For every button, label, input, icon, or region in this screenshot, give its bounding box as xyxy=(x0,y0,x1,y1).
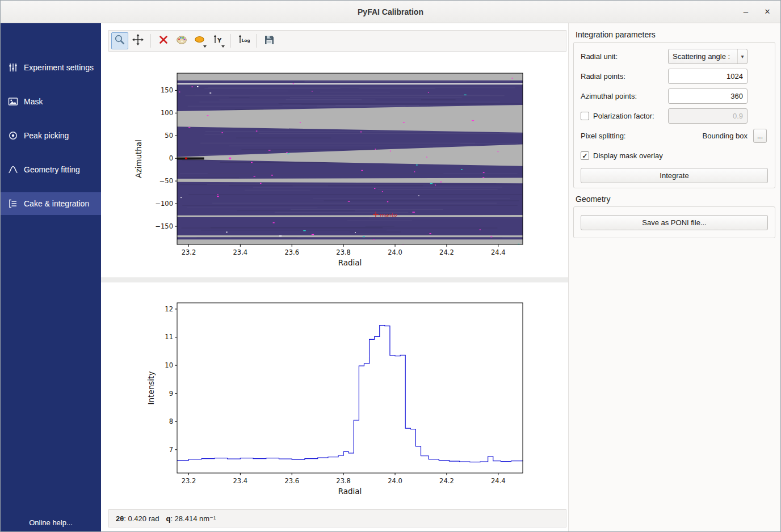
sidebar-item-label: Peak picking xyxy=(24,131,69,140)
log-scale-button[interactable]: Log xyxy=(235,32,252,49)
radial-unit-label: Radial unit: xyxy=(581,52,618,61)
sidebar-item-label: Cake & integration xyxy=(24,199,89,208)
svg-text:Y: Y xyxy=(217,37,222,44)
pan-arrows-icon xyxy=(132,33,144,48)
zoom-button[interactable] xyxy=(111,32,128,49)
svg-text:23.6: 23.6 xyxy=(284,248,299,256)
close-button[interactable]: ✕ xyxy=(759,1,776,23)
sidebar-items: Experiment settingsMaskPeak pickingGeome… xyxy=(1,23,101,215)
svg-text:0: 0 xyxy=(169,154,173,162)
q-value: : 28.414 nm⁻¹ xyxy=(170,514,216,523)
q-label: q xyxy=(166,514,170,523)
radial-unit-row: Radial unit: Scattering angle : ▾ xyxy=(581,49,768,64)
geometry-title: Geometry xyxy=(576,195,610,204)
radial-unit-value: Scattering angle : xyxy=(673,52,737,61)
sidebar-item-peak-picking[interactable]: Peak picking xyxy=(1,124,101,147)
minimize-button[interactable]: – xyxy=(737,1,754,23)
palette-icon xyxy=(175,33,188,48)
svg-text:Radial: Radial xyxy=(338,487,362,496)
radial-points-row: Radial points: xyxy=(581,69,768,84)
peak-curve-icon xyxy=(8,164,18,175)
integration-plot-1d[interactable]: 23.223.423.623.824.024.224.4789101112Rad… xyxy=(101,282,569,509)
sidebar-item-label: Geometry fitting xyxy=(24,165,80,174)
svg-text:23.2: 23.2 xyxy=(182,248,196,256)
two-theta-label: 2θ xyxy=(116,514,124,523)
svg-text:manto: manto xyxy=(380,212,397,218)
azimuthal-points-input[interactable] xyxy=(668,88,748,104)
svg-text:−150: −150 xyxy=(155,222,173,230)
radial-unit-select[interactable]: Scattering angle : ▾ xyxy=(668,49,748,64)
svg-text:50: 50 xyxy=(165,132,173,140)
svg-text:8: 8 xyxy=(169,417,173,425)
svg-text:7: 7 xyxy=(169,446,173,454)
geometry-group: Save as PONI file... xyxy=(573,206,775,238)
pixel-splitting-more-button[interactable]: ... xyxy=(753,129,767,143)
two-theta-value: : 0.420 rad xyxy=(124,514,159,523)
pixel-splitting-label: Pixel splitting: xyxy=(581,132,625,140)
sidebar-item-cake-integration[interactable]: Cake & integration xyxy=(1,192,101,215)
cake-plot-2d[interactable]: manto23.223.423.623.824.024.224.4−150−10… xyxy=(101,50,569,282)
integration-parameters-title: Integration parameters xyxy=(576,30,656,39)
sidebar-item-label: Mask xyxy=(24,97,43,106)
sidebar-item-label: Experiment settings xyxy=(24,63,94,72)
dropdown-caret-icon xyxy=(221,45,225,48)
svg-text:100: 100 xyxy=(161,109,173,117)
svg-text:23.4: 23.4 xyxy=(233,477,248,485)
svg-text:Radial: Radial xyxy=(338,258,362,267)
svg-text:Log: Log xyxy=(242,38,250,43)
save-button[interactable] xyxy=(261,32,278,49)
save-poni-button[interactable]: Save as PONI file... xyxy=(581,215,768,230)
chevron-down-icon: ▾ xyxy=(737,49,747,64)
pan-button[interactable] xyxy=(129,32,146,49)
svg-text:23.6: 23.6 xyxy=(284,477,299,485)
plot-toolbar: YLog xyxy=(108,30,566,52)
display-mask-row: ✓ Display mask overlay xyxy=(581,148,768,163)
dropdown-caret-icon xyxy=(203,45,207,48)
target-icon xyxy=(8,130,18,141)
online-help-link[interactable]: Online help... xyxy=(1,518,101,527)
window-title: PyFAI Calibration xyxy=(1,1,780,23)
toolbar-separator xyxy=(256,34,257,48)
svg-text:23.8: 23.8 xyxy=(336,248,351,256)
svg-text:24.2: 24.2 xyxy=(439,477,454,485)
azimuthal-points-label: Azimuthal points: xyxy=(581,92,637,100)
y-axis-orientation-button[interactable]: Y xyxy=(209,32,226,49)
svg-text:10: 10 xyxy=(165,361,173,369)
right-panel: Integration parameters Radial unit: Scat… xyxy=(569,23,780,531)
save-icon xyxy=(263,33,275,48)
toolbar-separator xyxy=(150,34,151,48)
display-mask-overlay-checkbox[interactable]: ✓ xyxy=(581,151,589,160)
polarization-row: Polarization factor: xyxy=(581,108,768,124)
svg-text:Azimuthal: Azimuthal xyxy=(134,140,143,178)
azimuthal-points-row: Azimuthal points: xyxy=(581,88,768,104)
mask-tool-button[interactable] xyxy=(191,32,208,49)
display-mask-overlay-label: Display mask overlay xyxy=(593,151,663,160)
svg-text:24.4: 24.4 xyxy=(491,477,506,485)
svg-text:23.4: 23.4 xyxy=(233,248,248,256)
svg-text:23.8: 23.8 xyxy=(336,477,351,485)
svg-text:24.2: 24.2 xyxy=(439,248,454,256)
reset-zoom-button[interactable] xyxy=(155,32,172,49)
statusbar: 2θ: 0.420 radq: 28.414 nm⁻¹ xyxy=(108,509,566,527)
integrate-button[interactable]: Integrate xyxy=(581,168,768,183)
svg-text:23.2: 23.2 xyxy=(182,477,196,485)
sidebar-item-mask[interactable]: Mask xyxy=(1,90,101,113)
red-cross-icon xyxy=(157,33,170,48)
titlebar[interactable]: PyFAI Calibration – ✕ xyxy=(1,1,780,23)
polarization-checkbox[interactable] xyxy=(581,112,589,120)
svg-text:150: 150 xyxy=(161,86,173,94)
svg-text:12: 12 xyxy=(165,305,173,313)
toolbar-separator xyxy=(230,34,231,48)
colormap-button[interactable] xyxy=(173,32,190,49)
pixel-splitting-value: Bounding box xyxy=(702,132,748,140)
sidebar-item-experiment-settings[interactable]: Experiment settings xyxy=(1,56,101,79)
integration-parameters-group: Radial unit: Scattering angle : ▾ Radial… xyxy=(573,42,775,188)
radial-points-label: Radial points: xyxy=(581,72,625,81)
radial-points-input[interactable] xyxy=(668,69,748,84)
log-icon: Log xyxy=(237,33,250,48)
svg-text:−50: −50 xyxy=(159,177,173,185)
cake-list-icon xyxy=(8,199,18,209)
polarization-input xyxy=(668,108,748,124)
check-icon: ✓ xyxy=(582,152,587,160)
sidebar-item-geometry-fitting[interactable]: Geometry fitting xyxy=(1,158,101,181)
